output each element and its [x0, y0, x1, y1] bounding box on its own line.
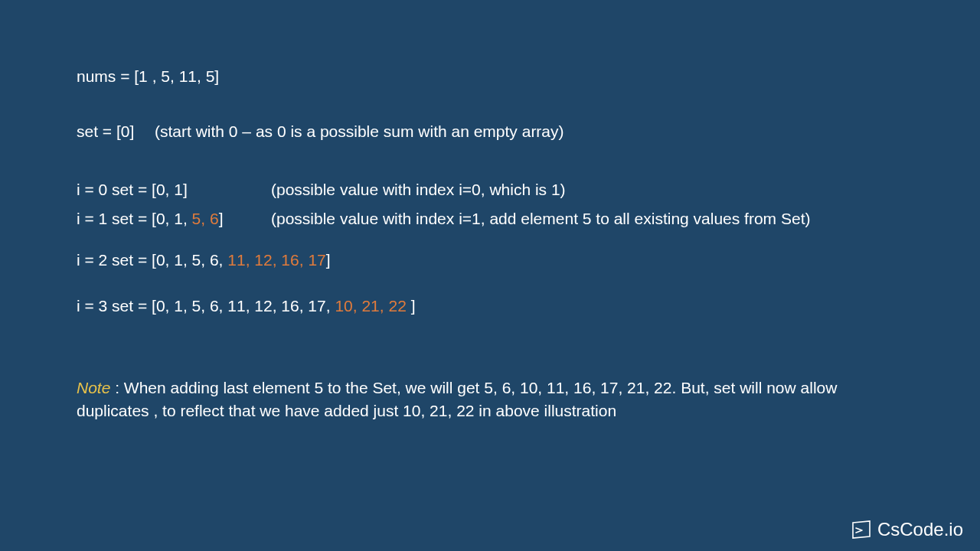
note-text: : When adding last element 5 to the Set,… — [77, 379, 837, 419]
nums-text: nums = [1 , 5, 11, 5] — [77, 67, 219, 86]
logo: CsCode.io — [851, 519, 963, 540]
iteration-3-suffix: ] — [411, 297, 416, 315]
set-init-row: set = [0] (start with 0 – as 0 is a poss… — [77, 122, 903, 141]
iteration-3-set: i = 3 set = [0, 1, 5, 6, 11, 12, 16, 17,… — [77, 297, 416, 315]
iteration-3-row: i = 3 set = [0, 1, 5, 6, 11, 12, 16, 17,… — [77, 297, 903, 315]
iteration-0-set: i = 0 set = [0, 1] — [77, 181, 271, 199]
iteration-2-row: i = 2 set = [0, 1, 5, 6, 11, 12, 16, 17] — [77, 251, 903, 269]
slide-content: nums = [1 , 5, 11, 5] set = [0] (start w… — [0, 0, 980, 423]
logo-icon — [851, 520, 873, 540]
set-init-value: set = [0] — [77, 122, 155, 141]
note-label: Note — [77, 379, 110, 396]
iteration-1-prefix: i = 1 set = [0, 1, — [77, 210, 192, 227]
iteration-1-suffix: ] — [219, 210, 224, 227]
iteration-2-highlight: 11, 12, 16, 17 — [227, 251, 325, 269]
iteration-3-prefix: i = 3 set = [0, 1, 5, 6, 11, 12, 16, 17, — [77, 297, 335, 315]
iteration-1-set: i = 1 set = [0, 1, 5, 6] — [77, 210, 271, 228]
iteration-3-highlight: 10, 21, 22 — [335, 297, 410, 315]
iteration-1-row: i = 1 set = [0, 1, 5, 6] (possible value… — [77, 210, 903, 228]
iteration-2-set: i = 2 set = [0, 1, 5, 6, 11, 12, 16, 17] — [77, 251, 331, 269]
iteration-0-comment: (possible value with index i=0, which is… — [271, 181, 566, 199]
iteration-0-row: i = 0 set = [0, 1] (possible value with … — [77, 181, 903, 199]
nums-declaration: nums = [1 , 5, 11, 5] — [77, 67, 903, 86]
iteration-2-prefix: i = 2 set = [0, 1, 5, 6, — [77, 251, 227, 269]
iteration-2-suffix: ] — [326, 251, 331, 269]
set-init-comment: (start with 0 – as 0 is a possible sum w… — [155, 122, 564, 141]
note-row: Note : When adding last element 5 to the… — [77, 377, 903, 423]
iteration-1-comment: (possible value with index i=1, add elem… — [271, 210, 810, 228]
logo-text: CsCode.io — [877, 519, 963, 540]
iteration-1-highlight: 5, 6 — [192, 210, 219, 227]
